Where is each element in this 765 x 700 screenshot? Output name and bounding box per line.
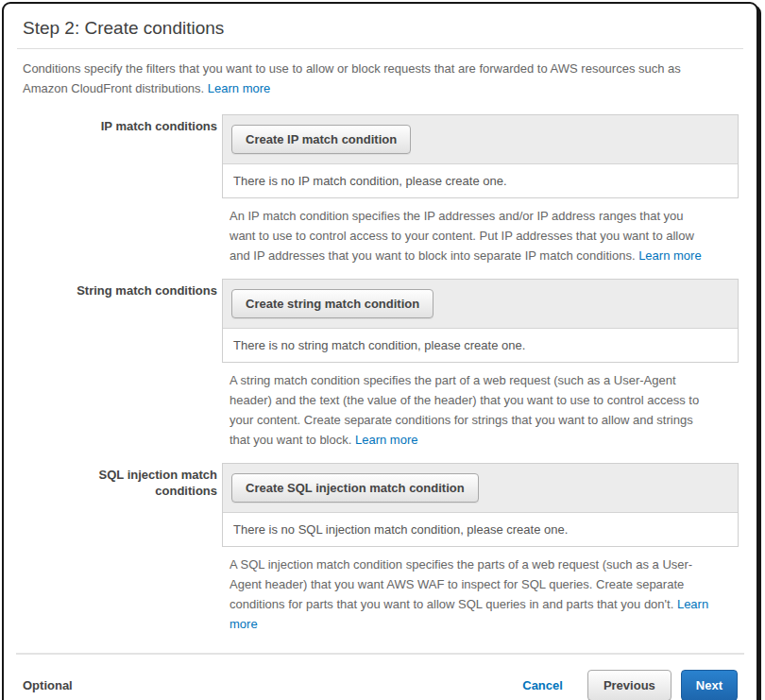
- string-section-content: Create string match condition There is n…: [222, 279, 739, 450]
- sql-panel-header: Create SQL injection match condition: [223, 464, 738, 513]
- section-string-match-conditions: String match conditions Create string ma…: [22, 279, 739, 450]
- ip-description-text: An IP match condition specifies the IP a…: [230, 209, 694, 263]
- string-learn-more-link[interactable]: Learn more: [355, 433, 417, 447]
- ip-panel-header: Create IP match condition: [223, 115, 738, 164]
- sql-empty-message: There is no SQL injection match conditio…: [223, 513, 738, 546]
- section-ip-match-conditions: IP match conditions Create IP match cond…: [22, 114, 739, 265]
- sql-section-content: Create SQL injection match condition The…: [222, 463, 739, 634]
- string-section-label: String match conditions: [22, 279, 222, 450]
- section-sql-injection-match-conditions: SQL injection match conditions Create SQ…: [22, 463, 739, 634]
- sql-section-label: SQL injection match conditions: [22, 463, 222, 634]
- ip-description: An IP match condition specifies the IP a…: [230, 206, 709, 265]
- next-button[interactable]: Next: [681, 670, 738, 700]
- wizard-window: Step 2: Create conditions Conditions spe…: [2, 2, 758, 700]
- intro-text-body: Conditions specify the filters that you …: [23, 61, 681, 95]
- intro-learn-more-link[interactable]: Learn more: [208, 81, 270, 95]
- create-conditions-page: Step 2: Create conditions Conditions spe…: [4, 4, 756, 700]
- ip-learn-more-link[interactable]: Learn more: [638, 248, 701, 263]
- previous-button[interactable]: Previous: [587, 670, 672, 700]
- page-title: Step 2: Create conditions: [23, 17, 739, 40]
- sql-conditions-panel: Create SQL injection match condition The…: [222, 463, 739, 547]
- ip-section-label: IP match conditions: [22, 114, 222, 265]
- title-divider: [17, 48, 743, 49]
- optional-label: Optional: [23, 678, 522, 692]
- sql-description: A SQL injection match condition specifie…: [230, 555, 709, 634]
- string-description-text: A string match condition specifies the p…: [230, 373, 699, 447]
- cancel-link[interactable]: Cancel: [522, 678, 563, 692]
- string-empty-message: There is no string match condition, plea…: [223, 329, 738, 362]
- sql-description-text: A SQL injection match condition specifie…: [230, 557, 692, 611]
- ip-conditions-panel: Create IP match condition There is no IP…: [222, 114, 739, 198]
- ip-section-content: Create IP match condition There is no IP…: [222, 114, 739, 265]
- string-panel-header: Create string match condition: [223, 280, 738, 329]
- string-conditions-panel: Create string match condition There is n…: [222, 279, 739, 363]
- wizard-footer: Optional Cancel Previous Next: [22, 655, 739, 700]
- ip-empty-message: There is no IP match condition, please c…: [223, 164, 738, 197]
- create-string-match-condition-button[interactable]: Create string match condition: [231, 289, 434, 318]
- intro-text: Conditions specify the filters that you …: [23, 59, 723, 98]
- create-ip-match-condition-button[interactable]: Create IP match condition: [231, 125, 411, 154]
- create-sql-injection-match-condition-button[interactable]: Create SQL injection match condition: [231, 473, 479, 503]
- string-description: A string match condition specifies the p…: [230, 370, 709, 450]
